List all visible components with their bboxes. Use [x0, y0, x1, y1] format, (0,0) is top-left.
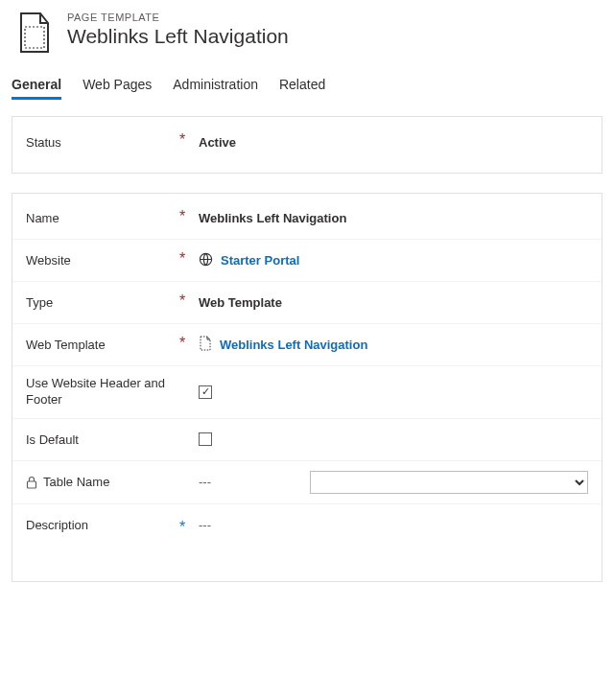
is-default-checkbox[interactable]: [199, 432, 212, 446]
required-marker: *: [179, 130, 199, 149]
tab-web-pages[interactable]: Web Pages: [83, 73, 152, 100]
tab-administration[interactable]: Administration: [173, 73, 258, 100]
table-name-select[interactable]: [310, 471, 588, 494]
tab-bar: General Web Pages Administration Related: [12, 73, 602, 101]
website-label: Website: [26, 253, 179, 268]
name-value[interactable]: Weblinks Left Navigation: [199, 211, 346, 225]
status-card: Status * Active: [12, 116, 602, 174]
required-marker: [179, 429, 199, 430]
use-header-footer-checkbox[interactable]: [199, 385, 212, 399]
required-marker: *: [179, 292, 199, 310]
status-value[interactable]: Active: [199, 135, 236, 150]
type-label: Type: [26, 295, 179, 310]
web-template-label: Web Template: [26, 338, 179, 352]
required-marker: *: [179, 334, 199, 352]
entity-type-label: PAGE TEMPLATE: [67, 12, 289, 23]
globe-icon: [199, 252, 213, 269]
page-template-icon: [15, 12, 54, 54]
page-title: Weblinks Left Navigation: [67, 25, 289, 48]
type-value[interactable]: Web Template: [199, 295, 282, 310]
lock-icon: [26, 476, 37, 489]
required-marker: [179, 471, 199, 472]
status-label: Status: [26, 135, 179, 150]
use-header-footer-label: Use Website Header and Footer: [26, 376, 179, 408]
required-marker: *: [179, 207, 199, 225]
is-default-label: Is Default: [26, 432, 179, 447]
name-label: Name: [26, 211, 179, 225]
required-marker: [179, 376, 199, 377]
svg-rect-0: [25, 27, 44, 48]
page-header: PAGE TEMPLATE Weblinks Left Navigation: [12, 12, 602, 54]
table-name-label-wrap: Table Name: [26, 475, 179, 489]
table-name-label: Table Name: [43, 475, 109, 489]
details-card: Name * Weblinks Left Navigation Website …: [12, 193, 602, 582]
web-template-value[interactable]: Weblinks Left Navigation: [220, 338, 367, 352]
required-marker: *: [179, 249, 199, 268]
description-label: Description: [26, 518, 179, 532]
tab-related[interactable]: Related: [279, 73, 325, 100]
website-value[interactable]: Starter Portal: [221, 253, 299, 268]
svg-rect-2: [28, 481, 36, 488]
file-icon: [199, 336, 212, 354]
tab-general[interactable]: General: [12, 73, 61, 100]
recommended-marker: *: [179, 518, 199, 536]
table-name-value: ---: [199, 475, 211, 489]
description-value[interactable]: ---: [199, 518, 211, 532]
